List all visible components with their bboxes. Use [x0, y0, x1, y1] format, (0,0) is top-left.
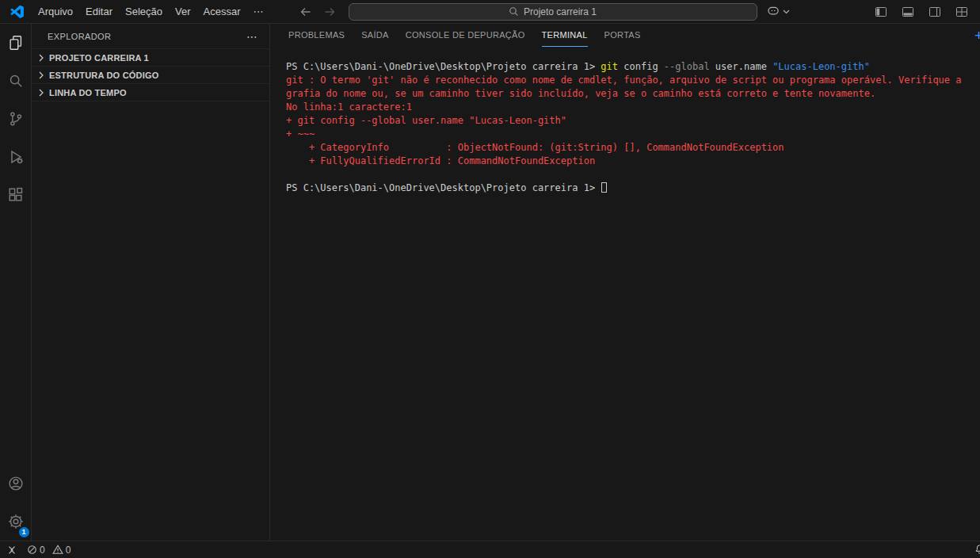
menu-ver[interactable]: Ver	[169, 3, 197, 21]
chevron-right-icon	[35, 52, 48, 64]
command-center-search[interactable]: Projeto carreira 1	[349, 3, 757, 21]
tab-console-depuracao[interactable]: CONSOLE DE DEPURAÇÃO	[406, 24, 525, 47]
notifications-bell-icon[interactable]	[974, 544, 980, 556]
warning-count: 0	[66, 545, 71, 556]
terminal-output[interactable]: PS C:\Users\Dani-\OneDrive\Desktop\Proje…	[270, 47, 980, 541]
sidebar-sections: PROJETO CARREIRA 1 ESTRUTURA DO CÓDIGO L…	[32, 48, 269, 101]
chevron-right-icon	[35, 69, 48, 82]
copilot-button[interactable]	[767, 6, 790, 17]
error-icon	[27, 545, 37, 555]
problems-status[interactable]: 0 0	[27, 545, 75, 556]
section-projeto-carreira-1[interactable]: PROJETO CARREIRA 1	[32, 49, 269, 67]
panel-tabs: PROBLEMAS SAÍDA CONSOLE DE DEPURAÇÃO TER…	[270, 24, 980, 47]
tab-saida[interactable]: SAÍDA	[361, 24, 389, 47]
workbench: 1 EXPLORADOR ⋯ PROJETO CARREIRA 1 ESTRUT…	[0, 24, 980, 541]
terminal-line: + ~~~	[286, 128, 980, 141]
terminal-line: PS C:\Users\Dani-\OneDrive\Desktop\Proje…	[286, 60, 980, 74]
settings-gear-icon[interactable]: 1	[0, 503, 32, 541]
terminal-line: PS C:\Users\Dani-\OneDrive\Desktop\Proje…	[286, 182, 980, 195]
menu-editar[interactable]: Editar	[79, 3, 119, 21]
warning-icon	[52, 545, 63, 555]
run-debug-icon[interactable]	[0, 138, 32, 176]
extensions-icon[interactable]	[0, 176, 32, 214]
terminal-line: + FullyQualifiedErrorId : CommandNotFoun…	[286, 155, 980, 168]
chevron-right-icon	[35, 86, 48, 99]
nav-back-icon[interactable]	[299, 6, 312, 18]
explorer-icon[interactable]	[0, 24, 32, 62]
layout-controls	[871, 3, 972, 21]
tab-terminal[interactable]: TERMINAL	[542, 24, 588, 47]
toggle-secondary-sidebar-icon[interactable]	[925, 3, 945, 21]
chevron-down-icon	[783, 10, 790, 14]
section-label: LINHA DO TEMPO	[49, 88, 127, 97]
search-value: Projeto carreira 1	[524, 6, 597, 17]
new-terminal-icon[interactable]: +	[974, 28, 980, 43]
customize-layout-icon[interactable]	[951, 3, 972, 21]
terminal-line: + git config --global user.name "Lucas-L…	[286, 114, 980, 128]
terminal-line: git : O termo 'git' não é reconhecido co…	[286, 74, 980, 87]
accounts-icon[interactable]	[0, 464, 32, 503]
source-control-icon[interactable]	[0, 100, 32, 138]
tab-problemas[interactable]: PROBLEMAS	[288, 24, 345, 47]
sidebar-title: EXPLORADOR	[48, 32, 111, 41]
terminal-cursor	[601, 182, 607, 193]
sidebar-more-actions-icon[interactable]: ⋯	[246, 30, 258, 43]
menu-arquivo[interactable]: Arquivo	[32, 3, 79, 21]
search-icon	[509, 6, 519, 17]
menu-more-icon[interactable]: ⋯	[247, 3, 271, 21]
sidebar-header: EXPLORADOR ⋯	[32, 24, 269, 48]
menu-selecao[interactable]: Seleção	[119, 3, 169, 21]
tab-portas[interactable]: PORTAS	[604, 24, 641, 47]
copilot-chat-icon	[767, 6, 780, 17]
vscode-logo-icon	[6, 5, 27, 18]
history-nav	[299, 6, 336, 18]
section-estrutura-do-codigo[interactable]: ESTRUTURA DO CÓDIGO	[32, 67, 269, 84]
section-label: ESTRUTURA DO CÓDIGO	[49, 71, 158, 80]
section-linha-do-tempo[interactable]: LINHA DO TEMPO	[32, 84, 269, 101]
bottom-panel: PROBLEMAS SAÍDA CONSOLE DE DEPURAÇÃO TER…	[270, 24, 980, 541]
menu-bar: Arquivo Editar Seleção Ver Acessar ⋯	[32, 3, 271, 21]
toggle-panel-icon[interactable]	[898, 3, 918, 21]
search-sidebar-icon[interactable]	[0, 62, 32, 100]
terminal-line: No linha:1 caractere:1	[286, 101, 980, 114]
terminal-line: + CategoryInfo : ObjectNotFound: (git:St…	[286, 141, 980, 155]
status-bar: 0 0	[0, 541, 980, 558]
settings-badge: 1	[19, 527, 29, 537]
menu-acessar[interactable]: Acessar	[197, 3, 247, 21]
toggle-sidebar-icon[interactable]	[871, 3, 891, 21]
error-count: 0	[40, 545, 45, 556]
title-bar: Arquivo Editar Seleção Ver Acessar ⋯ Pro…	[0, 0, 980, 24]
terminal-line: grafia do nome ou, se um caminho tiver s…	[286, 87, 980, 101]
section-label: PROJETO CARREIRA 1	[49, 53, 149, 63]
remote-window-icon[interactable]	[6, 545, 17, 556]
activity-bar: 1	[0, 24, 32, 541]
terminal-line	[286, 168, 980, 182]
nav-forward-icon[interactable]	[323, 6, 336, 18]
explorer-sidebar: EXPLORADOR ⋯ PROJETO CARREIRA 1 ESTRUTUR…	[32, 24, 270, 541]
